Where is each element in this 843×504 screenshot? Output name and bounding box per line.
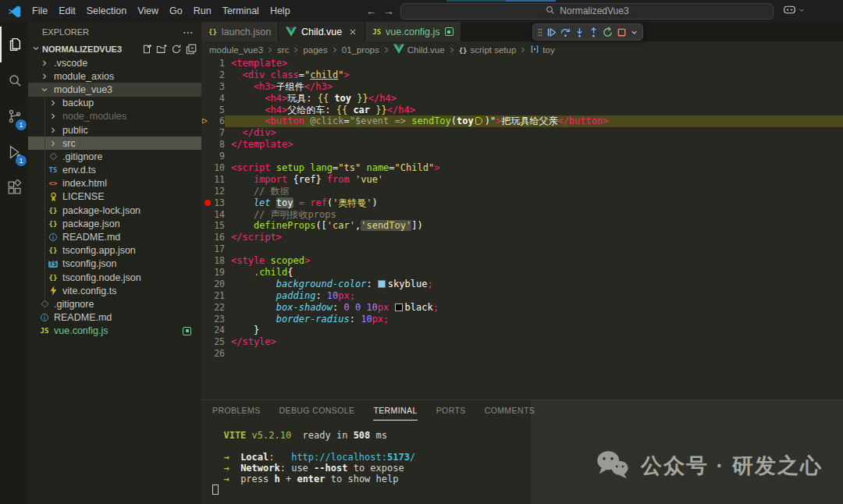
step-into-icon[interactable]: [574, 27, 585, 38]
gutter-line-19[interactable]: 19: [201, 267, 225, 279]
gutter-line-8[interactable]: 8: [201, 139, 225, 151]
tree-item-node-modules[interactable]: node_modules: [28, 110, 201, 123]
tree-item-gitignore[interactable]: .gitignore: [28, 150, 201, 163]
run-debug-icon[interactable]: 1: [0, 134, 28, 170]
tree-item-src[interactable]: src: [28, 137, 201, 150]
copilot-menu[interactable]: [783, 4, 806, 18]
tree-item-env-d-ts[interactable]: TSenv.d.ts: [28, 164, 201, 177]
tree-item-tsconfig-app-json[interactable]: {}tsconfig.app.json: [28, 244, 201, 257]
new-folder-icon[interactable]: [156, 44, 167, 55]
panel-tab-debug-console[interactable]: DEBUG CONSOLE: [279, 400, 355, 421]
gutter-line-14[interactable]: 14: [201, 209, 225, 221]
panel-tab-problems[interactable]: PROBLEMS: [212, 400, 261, 421]
activity-bar: 11: [0, 22, 28, 504]
panel-tab-ports[interactable]: PORTS: [436, 400, 466, 421]
breakpoint-icon[interactable]: [205, 200, 211, 206]
tree-item-vscode[interactable]: .vscode: [28, 56, 201, 69]
tree-item-license[interactable]: LICENSE: [28, 190, 201, 204]
editor-tab-launch-json[interactable]: {}launch.json: [201, 22, 279, 41]
menu-run[interactable]: Run: [188, 3, 217, 19]
gutter-line-3[interactable]: 3: [201, 81, 225, 93]
breadcrumb-item-01-props[interactable]: 01_props: [342, 45, 379, 55]
tree-item-module-vue3[interactable]: module_vue3: [28, 83, 201, 96]
menu-selection[interactable]: Selection: [81, 3, 132, 19]
gutter-line-15[interactable]: 15: [201, 220, 225, 232]
tree-item-module-axios[interactable]: module_axios: [28, 69, 201, 83]
step-over-icon[interactable]: [560, 27, 571, 38]
gutter-line-22[interactable]: 22: [201, 302, 225, 314]
breadcrumb-item-script-setup[interactable]: {}script setup: [459, 45, 517, 55]
drag-grip-icon[interactable]: [537, 27, 543, 38]
tree-item-tsconfig-node-json[interactable]: {}tsconfig.node.json: [28, 271, 201, 284]
gutter-line-11[interactable]: 11: [201, 174, 225, 186]
history-forward-icon[interactable]: →: [383, 5, 394, 17]
extensions-icon[interactable]: [0, 170, 28, 206]
gutter-line-23[interactable]: 23: [201, 314, 225, 325]
gutter-line-21[interactable]: 21: [201, 290, 225, 302]
step-out-icon[interactable]: [588, 27, 599, 38]
panel-tab-comments[interactable]: COMMENTS: [485, 400, 535, 421]
editor-tab-vue-config-js[interactable]: JSvue.config.js: [365, 22, 461, 41]
inline-debug-indicator-icon: [475, 117, 482, 125]
ellipsis-icon[interactable]: ⋯: [183, 26, 194, 38]
gutter-line-13[interactable]: 13: [201, 197, 225, 209]
history-back-icon[interactable]: ←: [366, 5, 377, 17]
tree-item-vue-config-js[interactable]: JSvue.config.js: [28, 325, 201, 338]
gutter-line-6[interactable]: ▷6: [201, 115, 225, 127]
tree-item-readme-md[interactable]: README.md: [28, 230, 201, 243]
breadcrumb-item-src[interactable]: src: [277, 45, 289, 55]
gutter-line-9[interactable]: 9: [201, 151, 225, 162]
gutter-line-2[interactable]: 2: [201, 69, 225, 81]
tree-item-public[interactable]: public: [28, 123, 201, 137]
gutter-line-12[interactable]: 12: [201, 186, 225, 197]
search-icon[interactable]: [0, 62, 28, 98]
gutter-line-7[interactable]: 7: [201, 127, 225, 139]
breadcrumb-item-module-vue3[interactable]: module_vue3: [209, 45, 263, 55]
tree-item-vite-config-ts[interactable]: vite.config.ts: [28, 284, 201, 297]
tree-item-package-lock-json[interactable]: {}package-lock.json: [28, 204, 201, 217]
gutter-line-4[interactable]: 4: [201, 93, 225, 105]
tree-item-package-json[interactable]: {}package.json: [28, 217, 201, 230]
gutter-line-17[interactable]: 17: [201, 243, 225, 255]
continue-icon[interactable]: [546, 27, 557, 38]
gutter-line-5[interactable]: 5: [201, 105, 225, 116]
menu-bar: FileEditSelectionViewGoRunTerminalHelp: [27, 3, 296, 19]
panel-tab-terminal[interactable]: TERMINAL: [373, 400, 417, 421]
menu-help[interactable]: Help: [265, 3, 296, 19]
menu-view[interactable]: View: [132, 3, 164, 19]
files-icon[interactable]: [0, 27, 28, 62]
chevron-down-small-icon[interactable]: [630, 28, 638, 37]
chevron-right-icon: [447, 45, 457, 55]
gutter-line-10[interactable]: 10: [201, 162, 225, 174]
menu-edit[interactable]: Edit: [53, 3, 81, 19]
gutter-line-24[interactable]: 24: [201, 325, 225, 336]
gutter-line-1[interactable]: 1: [201, 58, 225, 69]
breadcrumb-item-toy[interactable]: toy: [530, 44, 554, 55]
code-editor[interactable]: 1<template>2 <div class="child">3 <h3>子组…: [201, 58, 843, 399]
tree-item-tsconfig-json[interactable]: TStsconfig.json: [28, 257, 201, 271]
command-center-search[interactable]: NormalizedVue3: [400, 3, 774, 20]
close-icon[interactable]: [348, 27, 357, 37]
restart-icon[interactable]: [602, 27, 614, 38]
menu-file[interactable]: File: [27, 3, 53, 19]
workspace-section-header[interactable]: NORMALIZEDVUE3: [28, 42, 201, 56]
gutter-line-20[interactable]: 20: [201, 279, 225, 290]
tree-item-index-html[interactable]: <>index.html: [28, 177, 201, 190]
gutter-line-16[interactable]: 16: [201, 232, 225, 243]
stop-icon[interactable]: [616, 27, 628, 38]
refresh-icon[interactable]: [171, 44, 182, 55]
tree-item-readme-md[interactable]: README.md: [28, 311, 201, 325]
source-control-icon[interactable]: 1: [0, 98, 28, 134]
breadcrumb-item-child-vue[interactable]: Child.vue: [393, 44, 445, 55]
gutter-line-25[interactable]: 25: [201, 336, 225, 348]
menu-terminal[interactable]: Terminal: [217, 3, 265, 19]
gutter-line-26[interactable]: 26: [201, 348, 225, 360]
gutter-line-18[interactable]: 18: [201, 255, 225, 267]
collapse-all-icon[interactable]: [186, 44, 197, 55]
tree-item-gitignore[interactable]: .gitignore: [28, 297, 201, 311]
new-file-icon[interactable]: [141, 44, 152, 55]
breadcrumb-item-pages[interactable]: pages: [303, 45, 327, 55]
menu-go[interactable]: Go: [164, 3, 188, 19]
tree-item-backup[interactable]: backup: [28, 97, 201, 110]
editor-tab-child-vue[interactable]: Child.vue: [279, 22, 365, 41]
